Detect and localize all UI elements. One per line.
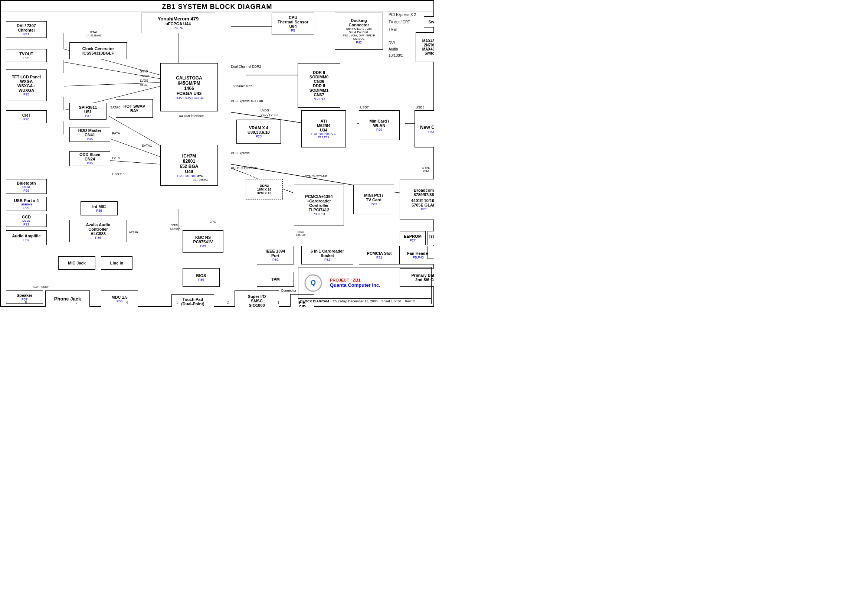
tpm-block: TPM xyxy=(257,272,294,287)
max4892-block: MAX4892 2N7002 MAX4892 Switch xyxy=(415,32,434,62)
sata1-label: SATA1 xyxy=(142,144,152,148)
pata2-label: PATA xyxy=(112,156,120,160)
clock-gen-block: Clock Generator ICS954310BGLF xyxy=(70,42,127,59)
yonah-block: Yonah/Merom 479 uFCPGA U44 P3,P4 xyxy=(141,12,215,33)
xtal-32k-label: X'TAL 32.768KHZ xyxy=(193,174,208,181)
rev-info: Rev: C xyxy=(405,299,415,303)
vga-tv-label: VGA/TV out xyxy=(260,113,278,117)
azalia-signal-label: Azalia xyxy=(129,230,138,234)
doc-date: Thursday, December 15, 2005 xyxy=(333,299,378,303)
xtal-32k2-label: X'TAL 32.768K xyxy=(170,224,181,230)
bios-block: BIOS P39 xyxy=(183,268,220,287)
mic-jack-block: MIC Jack xyxy=(58,256,95,270)
usb7-label: USB7 xyxy=(360,106,369,109)
xtal-main-label: X'TAL 14.318MHZ xyxy=(86,31,102,37)
xtal-20m-label: X'TAL 20M xyxy=(422,166,430,173)
tv-in-label: TV in xyxy=(389,28,397,31)
broadcom-block: Broadcom 5789/87/88 4401E 10/100 5705E G… xyxy=(400,179,434,220)
grid-bottom-4: 4 xyxy=(126,300,128,305)
vga-label: VGA xyxy=(140,83,147,87)
switch-block: Switch xyxy=(424,16,434,28)
tvout-signal-label: TVout xyxy=(140,74,149,78)
azalia-block: Azalia Audio Controller ALC883 P36 xyxy=(70,220,127,242)
dvi-label: DVI xyxy=(389,41,395,45)
svg-line-14 xyxy=(108,116,160,146)
ddr2-block: DDR II SODIMM0 CN36 DDR II SODIMM1 CN37 … xyxy=(298,63,340,108)
hot-swap-block: HOT SWAP BAY xyxy=(116,99,153,118)
tft-block: TFT LCD Panel WXGA WSXGA+ WUXGA P25 xyxy=(6,70,47,101)
grid-bottom: 6 5 4 3 2 1 xyxy=(1,300,304,305)
connector2-label: Connector xyxy=(281,289,296,292)
quanta-info: PROJECT : ZB1 Quanta Computer Inc. xyxy=(328,267,431,298)
x4-dmi-label: X4 DMI interface xyxy=(179,114,204,118)
ich7m-block: ICH7M 82801 652 BGA U49 P14,P15,P16,P17 xyxy=(160,145,218,186)
tv-out-crt-label: TV out / CRT xyxy=(389,20,410,24)
svio-label: SVIO xyxy=(140,70,148,73)
diagram-title: ZB1 SYSTEM BLOCK DIAGRAM xyxy=(1,1,434,12)
pci-express-label: PCI-Express xyxy=(231,151,250,155)
quanta-info-area: Q PROJECT : ZB1 Quanta Computer Inc. BLO… xyxy=(298,267,432,304)
pci-bus-label: PCI Bus interface xyxy=(231,166,257,170)
svg-line-16 xyxy=(108,160,160,164)
ati-block: ATI M62/64 U34 P18,P19,P20,P21, P22,P24 xyxy=(301,110,346,148)
svg-text:Q: Q xyxy=(310,279,315,286)
osc-48-label: OSC 48MHZ xyxy=(296,230,305,237)
dual-channel-label: Dual Channel DDR2 xyxy=(231,65,261,68)
grid-bottom-3: 3 xyxy=(176,300,178,305)
connector1-label: Connector xyxy=(33,285,49,289)
usb8-label: USB8 xyxy=(415,106,425,109)
audio-amp-block: Audio Amplifie P37 xyxy=(6,230,47,245)
eeprom-block: EEPROM P27 xyxy=(400,231,426,245)
mhz-label: 533/667 Mhz xyxy=(232,84,252,88)
bluetooth-block: Bluetooth USB4 P29 xyxy=(6,179,47,194)
hdd-block: HDD Master CN41 P35 xyxy=(70,127,110,142)
odd-block: ODD Slave CN24 P35 xyxy=(70,151,110,166)
usb-port4-block: USB Port x 4 USB0~3 P29 xyxy=(6,197,47,211)
sata0-label: SATA0 xyxy=(110,106,120,109)
lvds-label: LVDS xyxy=(140,79,149,82)
grid-bottom-5: 5 xyxy=(75,300,78,305)
new-card-block: New Card P33 xyxy=(414,110,434,148)
vram-block: VRAM X 4 U30,33,6,10 P23 xyxy=(236,120,281,144)
usb2-label: USB 2.0 xyxy=(112,173,125,176)
transformer-block: Transformer P27 xyxy=(428,231,434,245)
grid-bottom-1: 1 xyxy=(277,300,279,305)
minicard-block: MiniCard / WLAN P29 xyxy=(359,110,400,140)
int-mic-block: Int MIC P36 xyxy=(81,201,118,215)
ieee1394-block: IEEE 1394 Port P30 xyxy=(257,246,294,264)
pci-express-x2-label: PCI-Express X 2 xyxy=(389,12,416,17)
lpc-label: LPC xyxy=(210,220,216,224)
ccd-block: CCD USB7 P29 xyxy=(6,214,47,227)
grid-bottom-6: 6 xyxy=(25,300,27,305)
rj45-block: RJ45 xyxy=(428,246,434,259)
doc-title: BLOCK DIAGRAM xyxy=(300,299,329,303)
quanta-logo-svg: Q xyxy=(304,274,322,292)
pcmcia-slot-block: PCMCIA Slot P31 xyxy=(359,246,400,264)
pcmcia-1394-block: PCMCIA+1394 +Cardreader Controller TI PC… xyxy=(294,185,344,225)
quanta-logo: Q xyxy=(298,267,328,298)
crt-block: CRT P26 xyxy=(6,110,47,123)
mini-pci-block: MINI-PCI / TV Card P29 xyxy=(353,185,394,215)
spif-block: SPIF3811 U51 P37 xyxy=(70,103,107,120)
tvout-block: TVOUT P25 xyxy=(6,49,47,62)
audio-label: Audio xyxy=(389,47,398,51)
net-label: 10/100/1 xyxy=(389,53,403,58)
cpu-thermal-block: CPU Thermal Sensor U64 P5 xyxy=(272,12,314,35)
company-label: Quanta Computer Inc. xyxy=(330,282,429,288)
docking-block: Docking Connector with PCIE1~2 , Lan ,Se… xyxy=(335,12,383,50)
project-label: PROJECT : ZB1 xyxy=(330,278,429,282)
dvi-chrontel-block: DVI / 7307 Chrontel P41 xyxy=(6,21,47,38)
svg-line-15 xyxy=(108,138,160,157)
six-in-1-block: 6 in 1 Cardreader Socket P32 xyxy=(301,246,353,264)
pci16x-label: PCI-Express 16X Lan xyxy=(231,99,263,103)
lvds2-label: LVDS xyxy=(260,109,269,112)
kbc-block: KBC NS PC97541V P39 xyxy=(183,230,223,253)
diagram-container: ZB1 SYSTEM BLOCK DIAGRAM 5 4 3 2 1 xyxy=(0,0,434,307)
ddr2-module-block: DDR2 16M X 16 32M X 16 xyxy=(246,179,283,199)
line-in-block: Line in xyxy=(101,256,132,270)
quanta-doc-info: BLOCK DIAGRAM Thursday, December 15, 200… xyxy=(298,298,431,304)
sheet-info: Sheet 1 of 50 xyxy=(381,299,401,303)
quanta-top: Q PROJECT : ZB1 Quanta Computer Inc. xyxy=(298,267,431,298)
calistoga-block: CALISTOGA 945GM/PM 1466 FCBGA U43 P6,P7,… xyxy=(160,63,218,112)
quanta-logo-mark: Q xyxy=(304,274,322,292)
